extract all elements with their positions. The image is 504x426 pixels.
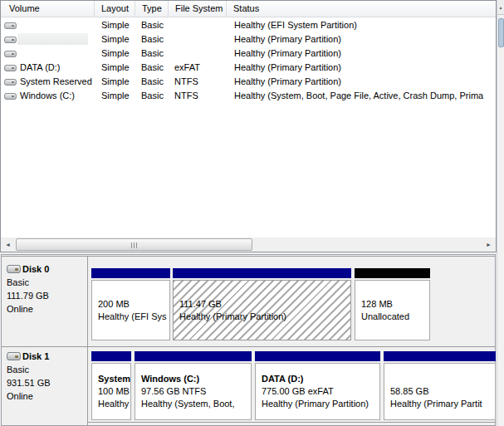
column-header-status[interactable]: Status	[227, 1, 496, 17]
disk-1-row: Disk 1 Basic 931.51 GB Online System 100…	[2, 346, 495, 425]
volume-name: System Reserved	[20, 75, 92, 89]
disk1-partition-windows-c[interactable]: Windows (C:) 97.56 GB NTFS Healthy (Syst…	[135, 351, 252, 420]
partition-size: 128 MB	[361, 298, 428, 311]
volume-name-cell: DATA (D:)	[1, 61, 95, 75]
volume-type: Basic	[135, 61, 169, 75]
volume-row-efi[interactable]: Simple Basic Healthy (EFI System Partiti…	[1, 18, 496, 32]
volume-name-cell	[1, 18, 95, 32]
volume-name: DATA (D:)	[20, 61, 60, 75]
graph-bottom-divider	[88, 422, 495, 423]
disk-kind: Basic	[7, 363, 87, 376]
disk1-partition-unnamed[interactable]: 58.85 GB Healthy (Primary Partit	[384, 351, 496, 420]
volume-icon	[4, 65, 17, 71]
disk0-partition-efi[interactable]: 200 MB Healthy (EFI Sys	[91, 268, 170, 340]
volume-layout: Simple	[95, 18, 135, 32]
partition-status: Healthy	[98, 398, 129, 410]
partition-status: Healthy (EFI Sys	[98, 311, 168, 323]
partition-color-bar	[91, 268, 170, 278]
disk1-partition-data-d[interactable]: DATA (D:) 775.00 GB exFAT Healthy (Prima…	[255, 351, 380, 420]
partition-color-bar	[91, 351, 131, 361]
volume-icon	[4, 79, 17, 86]
volume-row-data-d[interactable]: DATA (D:) Simple Basic exFAT Healthy (Pr…	[1, 61, 496, 75]
volume-name-cell	[1, 47, 95, 61]
volume-layout: Simple	[95, 32, 135, 47]
volume-type: Basic	[135, 47, 169, 61]
volume-name-cell: System Reserved	[1, 75, 95, 89]
volume-file-system: exFAT	[169, 61, 227, 75]
partition-size: 775.00 GB exFAT	[262, 385, 378, 398]
graphical-view-pane: Disk 0 Basic 111.79 GB Online 200 MB Hea…	[1, 254, 496, 426]
disk-name: Disk 1	[22, 351, 49, 361]
partition-title: Windows (C:)	[141, 373, 249, 385]
scroll-right-arrow-icon[interactable]: ►	[482, 237, 496, 252]
volume-layout: Simple	[95, 89, 135, 103]
vertical-scrollbar[interactable]: ▲	[497, 0, 504, 426]
partition-status: Healthy (Primary Partition)	[262, 398, 378, 410]
volume-type: Basic	[135, 18, 169, 32]
scroll-up-arrow-icon[interactable]: ▲	[497, 0, 504, 15]
scrollbar-grip-icon	[131, 242, 138, 248]
column-header-layout[interactable]: Layout	[95, 1, 135, 17]
disk-icon	[7, 352, 21, 360]
volume-list-header: Volume Layout Type File System Status	[1, 1, 496, 17]
volume-name-highlight	[17, 33, 88, 45]
disk-kind: Basic	[7, 276, 87, 289]
disk1-partition-system-reserved[interactable]: System 100 MB Healthy	[91, 351, 131, 420]
volume-name-cell	[1, 32, 95, 47]
volume-name-cell: Windows (C:)	[1, 89, 95, 103]
volume-row-unnamed-1[interactable]: Simple Basic Healthy (Primary Partition)	[1, 32, 496, 47]
volume-status: Healthy (EFI System Partition)	[227, 18, 496, 32]
partition-title: System	[98, 373, 129, 385]
volume-file-system	[169, 32, 227, 47]
disk-status: Online	[7, 389, 87, 403]
horizontal-scrollbar-thumb[interactable]	[16, 238, 252, 251]
volume-status: Healthy (Primary Partition)	[227, 32, 496, 47]
partition-size: 58.85 GB	[390, 385, 493, 398]
disk-0-row: Disk 0 Basic 111.79 GB Online 200 MB Hea…	[2, 256, 495, 346]
volume-row-windows-c[interactable]: Windows (C:) Simple Basic NTFS Healthy (…	[1, 89, 496, 103]
disk-icon	[7, 265, 21, 273]
volume-status: Healthy (Primary Partition)	[227, 47, 496, 61]
vertical-scrollbar-thumb[interactable]	[498, 18, 504, 47]
volume-row-unnamed-2[interactable]: Simple Basic Healthy (Primary Partition)	[1, 47, 496, 61]
partition-color-bar	[135, 351, 252, 361]
disk-status: Online	[7, 302, 87, 316]
scroll-left-arrow-icon[interactable]: ◄	[1, 237, 15, 252]
volume-row-system-reserved[interactable]: System Reserved Simple Basic NTFS Health…	[1, 75, 496, 89]
column-header-file-system[interactable]: File System	[169, 1, 227, 17]
disk-0-info[interactable]: Disk 0 Basic 111.79 GB Online	[2, 257, 88, 346]
volume-file-system: NTFS	[169, 75, 227, 89]
partition-color-bar	[384, 351, 496, 361]
partition-size: 200 MB	[98, 298, 168, 311]
disk-1-info[interactable]: Disk 1 Basic 931.51 GB Online	[2, 347, 88, 425]
volume-list-pane: Volume Layout Type File System Status Si…	[0, 0, 497, 252]
volume-file-system	[169, 18, 227, 32]
volume-type: Basic	[135, 89, 169, 103]
volume-icon	[4, 93, 17, 100]
disk0-partition-selected[interactable]: 111.47 GB Healthy (Primary Partition)	[173, 268, 351, 340]
volume-status: Healthy (Primary Partition)	[227, 61, 496, 75]
volume-layout: Simple	[95, 47, 135, 61]
column-header-volume[interactable]: Volume	[1, 1, 95, 17]
disk0-partition-unallocated[interactable]: 128 MB Unallocated	[355, 268, 430, 340]
volume-icon	[4, 51, 17, 57]
partition-size: 100 MB	[98, 385, 129, 398]
disk-size: 111.79 GB	[7, 289, 87, 302]
partition-title: DATA (D:)	[262, 373, 378, 385]
volume-file-system: NTFS	[169, 89, 227, 103]
volume-icon	[4, 37, 17, 43]
partition-status: Healthy (Primary Partition)	[179, 311, 349, 323]
disk-name: Disk 0	[22, 264, 49, 274]
disk-size: 931.51 GB	[7, 376, 87, 389]
volume-icon	[4, 22, 17, 29]
column-header-type[interactable]: Type	[135, 1, 169, 17]
disk-management-window: Volume Layout Type File System Status Si…	[0, 0, 504, 426]
partition-status: Healthy (Primary Partit	[390, 398, 493, 410]
volume-status: Healthy (System, Boot, Page File, Active…	[227, 89, 496, 103]
partition-title	[390, 373, 493, 385]
horizontal-scrollbar[interactable]: ◄ ►	[1, 237, 496, 252]
volume-layout: Simple	[95, 75, 135, 89]
partition-color-bar	[255, 351, 380, 361]
partition-size: 111.47 GB	[179, 298, 349, 311]
volume-name: Windows (C:)	[20, 89, 75, 103]
